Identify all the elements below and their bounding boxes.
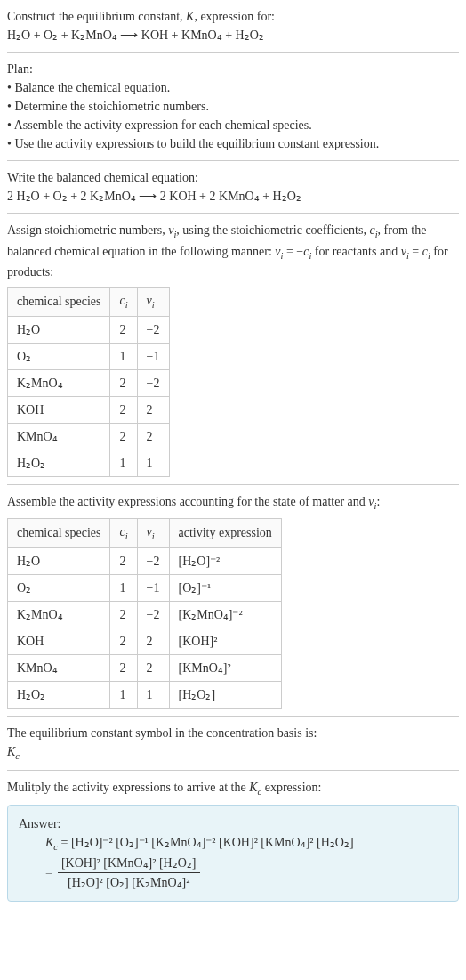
divider [7, 770, 459, 771]
activity-table: chemical species ci νi activity expressi… [7, 518, 282, 709]
plan-item: • Determine the stoichiometric numbers. [7, 97, 459, 116]
symbol-line1: The equilibrium constant symbol in the c… [7, 724, 459, 742]
table-row: H₂O2−2[H₂O]⁻² [8, 547, 282, 574]
table-row: O₂1−1[O₂]⁻¹ [8, 574, 282, 601]
plan-item: • Use the activity expressions to build … [7, 134, 459, 153]
answer-body: Kc = [H₂O]⁻² [O₂]⁻¹ [K₂MnO₄]⁻² [KOH]² [K… [19, 833, 447, 893]
table-row: K₂MnO₄2−2 [8, 369, 170, 396]
fraction-denominator: [H₂O]² [O₂] [K₂MnO₄]² [58, 873, 200, 892]
symbol-section: The equilibrium constant symbol in the c… [7, 724, 459, 764]
stoich-table: chemical species ci νi H₂O2−2 O₂1−1 K₂Mn… [7, 287, 170, 477]
fraction-numerator: [KOH]² [KMnO₄]² [H₂O₂] [58, 854, 200, 873]
multiply-section: Mulitply the activity expressions to arr… [7, 778, 459, 902]
table-row: H₂O₂11[H₂O₂] [8, 681, 282, 708]
col-vi: νi [137, 288, 169, 317]
col-species: chemical species [8, 519, 110, 548]
intro-equation: H₂O + O₂ + K₂MnO₄ ⟶ KOH + KMnO₄ + H₂O₂ [7, 26, 459, 45]
table-header-row: chemical species ci νi [8, 288, 170, 317]
col-activity: activity expression [169, 519, 281, 548]
table-row: KMnO₄22 [8, 423, 170, 450]
plan-item: • Assemble the activity expression for e… [7, 116, 459, 134]
col-vi: νi [137, 519, 169, 548]
table-row: H₂O2−2 [8, 316, 170, 343]
assemble-section: Assemble the activity expressions accoun… [7, 492, 459, 709]
plan-item: • Balance the chemical equation. [7, 78, 459, 97]
answer-heading: Answer: [19, 814, 447, 833]
intro-section: Construct the equilibrium constant, K, e… [7, 7, 459, 45]
answer-fraction-row: = [KOH]² [KMnO₄]² [H₂O₂] [H₂O]² [O₂] [K₂… [45, 854, 447, 892]
assign-section: Assign stoichiometric numbers, νi, using… [7, 221, 459, 477]
assign-text: Assign stoichiometric numbers, νi, using… [7, 221, 459, 281]
divider [7, 52, 459, 53]
table-header-row: chemical species ci νi activity expressi… [8, 519, 282, 548]
answer-box: Answer: Kc = [H₂O]⁻² [O₂]⁻¹ [K₂MnO₄]⁻² [… [7, 805, 459, 903]
table-row: O₂1−1 [8, 343, 170, 369]
balanced-equation: 2 H₂O + O₂ + 2 K₂MnO₄ ⟶ 2 KOH + 2 KMnO₄ … [7, 187, 459, 206]
intro-line: Construct the equilibrium constant, K, e… [7, 7, 459, 26]
divider [7, 160, 459, 161]
plan-section: Plan: • Balance the chemical equation. •… [7, 60, 459, 153]
table-row: H₂O₂11 [8, 450, 170, 476]
multiply-text: Mulitply the activity expressions to arr… [7, 778, 459, 799]
col-ci: ci [110, 288, 137, 317]
table-row: KOH22 [8, 396, 170, 423]
col-ci: ci [110, 519, 137, 548]
table-row: KOH22[KOH]² [8, 628, 282, 654]
answer-line1: Kc = [H₂O]⁻² [O₂]⁻¹ [K₂MnO₄]⁻² [KOH]² [K… [45, 833, 447, 854]
table-row: KMnO₄22[KMnO₄]² [8, 654, 282, 681]
col-species: chemical species [8, 288, 110, 317]
table-row: K₂MnO₄2−2[K₂MnO₄]⁻² [8, 601, 282, 628]
divider [7, 716, 459, 717]
symbol-kc: Kc [7, 742, 459, 764]
divider [7, 213, 459, 214]
balanced-heading: Write the balanced chemical equation: [7, 168, 459, 187]
plan-heading: Plan: [7, 60, 459, 78]
equals-sign: = [45, 863, 52, 882]
balanced-section: Write the balanced chemical equation: 2 … [7, 168, 459, 206]
assemble-text: Assemble the activity expressions accoun… [7, 492, 459, 514]
fraction: [KOH]² [KMnO₄]² [H₂O₂] [H₂O]² [O₂] [K₂Mn… [58, 854, 200, 892]
divider [7, 484, 459, 485]
